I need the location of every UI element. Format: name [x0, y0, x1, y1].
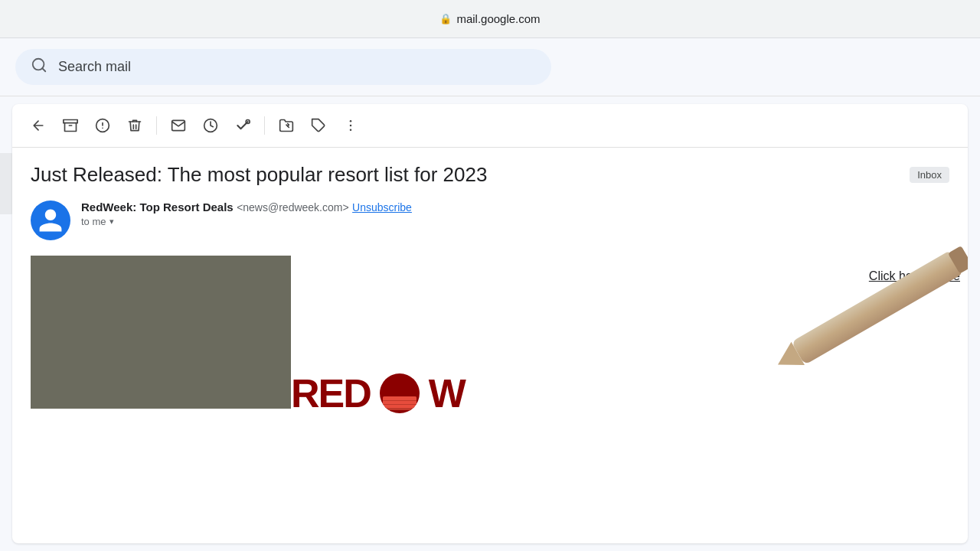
redweek-text-2: W [429, 370, 465, 416]
browser-bar: 🔒 mail.google.com [0, 0, 980, 38]
move-button[interactable] [273, 112, 300, 139]
label-button[interactable] [305, 112, 332, 139]
inbox-badge: Inbox [910, 167, 949, 183]
search-area: Search mail [0, 38, 980, 96]
search-icon [31, 57, 47, 77]
svg-rect-2 [64, 120, 77, 123]
toolbar-divider-2 [264, 116, 265, 135]
lock-icon: 🔒 [439, 13, 452, 24]
spam-button[interactable] [89, 112, 116, 139]
svg-point-10 [350, 120, 352, 122]
email-subject: Just Released: The most popular resort l… [31, 163, 897, 187]
click-here-link[interactable]: Click here to see [869, 269, 960, 283]
sender-name-row: RedWeek: Top Resort Deals <news@redweek.… [81, 201, 949, 214]
email-image [31, 256, 291, 409]
unsubscribe-link[interactable]: Unsubscribe [352, 201, 412, 214]
search-bar[interactable]: Search mail [15, 49, 551, 85]
chevron-down-icon: ▾ [109, 217, 114, 227]
email-view: Just Released: The most popular resort l… [12, 104, 968, 543]
email-body-right: Click here to see RED [291, 256, 968, 424]
sender-name: RedWeek: Top Resort Deals [81, 201, 234, 214]
to-me-label: to me [81, 216, 106, 227]
email-body: Click here to see RED [12, 256, 968, 424]
email-toolbar [12, 104, 968, 148]
redweek-icon [380, 373, 420, 413]
email-subject-row: Just Released: The most popular resort l… [31, 163, 949, 187]
svg-point-11 [350, 125, 352, 127]
svg-line-1 [42, 68, 45, 71]
more-button[interactable] [337, 112, 364, 139]
mark-done-button[interactable] [229, 112, 256, 139]
snooze-button[interactable] [197, 112, 224, 139]
sender-row: RedWeek: Top Resort Deals <news@redweek.… [31, 201, 949, 240]
delete-button[interactable] [121, 112, 149, 139]
email-header: Just Released: The most popular resort l… [12, 148, 968, 248]
search-input[interactable]: Search mail [58, 59, 536, 75]
sender-info: RedWeek: Top Resort Deals <news@redweek.… [81, 201, 949, 227]
sender-avatar [31, 201, 70, 240]
to-me-row[interactable]: to me ▾ [81, 216, 949, 227]
toolbar-divider-1 [156, 116, 157, 135]
back-button[interactable] [24, 112, 52, 139]
sender-email: <news@redweek.com> [237, 201, 349, 214]
redweek-text: RED [291, 370, 371, 416]
archive-button[interactable] [57, 112, 84, 139]
svg-point-12 [350, 129, 352, 132]
mark-unread-button[interactable] [165, 112, 192, 139]
url-text: mail.google.com [456, 12, 540, 25]
redweek-logo-area: RED W [291, 363, 968, 424]
